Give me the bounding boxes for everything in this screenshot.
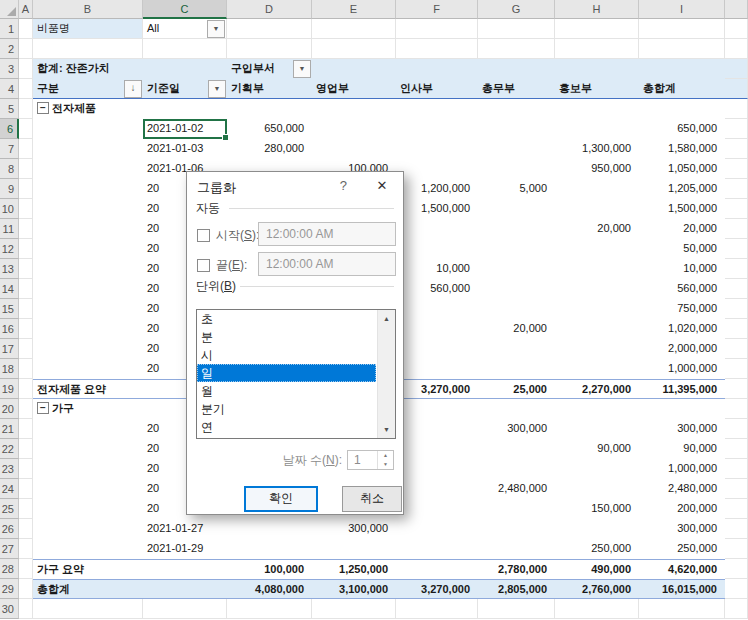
cell-J23[interactable] [725,459,748,479]
cell-B27[interactable] [33,539,143,559]
filter-dropdown-icon[interactable]: ▼ [207,20,225,38]
cell-G26[interactable] [478,519,555,539]
cell-D4[interactable]: 기획부 [227,79,312,99]
cell-J11[interactable] [725,219,748,239]
cell-I2[interactable] [639,39,725,59]
select-all-corner[interactable] [0,0,19,19]
cell-F15[interactable] [396,299,478,319]
cell-A29[interactable] [19,579,33,599]
cell-A19[interactable] [19,379,33,399]
cell-F30[interactable] [396,599,478,619]
cell-H16[interactable] [555,319,639,339]
row-header-23[interactable]: 23 [0,459,19,479]
row-header-24[interactable]: 24 [0,479,19,499]
row-header-11[interactable]: 11 [0,219,19,239]
cell-A4[interactable] [19,79,33,99]
row-header-29[interactable]: 29 [0,579,19,599]
cell-A3[interactable] [19,59,33,79]
row-header-9[interactable]: 9 [0,179,19,199]
row-header-13[interactable]: 13 [0,259,19,279]
cell-J26[interactable] [725,519,748,539]
cell-F9[interactable]: 1,200,000 [396,179,478,199]
cell-G14[interactable] [478,279,555,299]
cell-G30[interactable] [478,599,555,619]
cell-C4[interactable]: 기준일▼ [143,79,227,99]
cell-G19[interactable]: 25,000 [478,379,555,399]
cell-G8[interactable] [478,159,555,179]
start-checkbox[interactable] [197,229,210,242]
row-header-22[interactable]: 22 [0,439,19,459]
column-header-A[interactable]: A [19,0,33,19]
cell-B18[interactable] [33,359,143,379]
row-header-18[interactable]: 18 [0,359,19,379]
cell-G10[interactable] [478,199,555,219]
cell-B17[interactable] [33,339,143,359]
cell-B30[interactable] [33,599,143,619]
cell-D3[interactable]: 구입부서▼ [227,59,312,79]
row-header-1[interactable]: 1 [0,19,19,39]
cell-E3[interactable] [312,59,396,79]
column-header-overflow[interactable] [725,0,748,19]
cell-F17[interactable] [396,339,478,359]
cell-A27[interactable] [19,539,33,559]
cell-F4[interactable]: 인사부 [396,79,478,99]
cell-G21[interactable]: 300,000 [478,419,555,439]
filter-dropdown-icon[interactable]: ▼ [293,60,311,78]
cell-H11[interactable]: 20,000 [555,219,639,239]
unit-option-분기[interactable]: 분기 [197,400,376,418]
cell-B26[interactable] [33,519,143,539]
row-header-8[interactable]: 8 [0,159,19,179]
cell-E30[interactable] [312,599,396,619]
column-header-G[interactable]: G [478,0,555,19]
cell-H28[interactable]: 490,000 [555,559,639,579]
cell-I13[interactable]: 10,000 [639,259,725,279]
cell-I4[interactable]: 총합계 [639,79,725,99]
filter-dropdown-icon[interactable]: ▼ [208,80,226,98]
cell-I28[interactable]: 4,620,000 [639,559,725,579]
cell-G4[interactable]: 총무부 [478,79,555,99]
cell-F22[interactable] [396,439,478,459]
cell-H27[interactable]: 250,000 [555,539,639,559]
cell-I17[interactable]: 2,000,000 [639,339,725,359]
cell-G29[interactable]: 2,805,000 [478,579,555,599]
cell-G7[interactable] [478,139,555,159]
cell-A12[interactable] [19,239,33,259]
cell-D1[interactable] [227,19,312,39]
cell-C29[interactable] [143,579,227,599]
cell-G23[interactable] [478,459,555,479]
cell-J4[interactable] [725,79,748,99]
cell-J19[interactable] [725,379,748,399]
cell-I11[interactable]: 20,000 [639,219,725,239]
spin-down-icon[interactable]: ▼ [378,460,393,469]
cell-E27[interactable] [312,539,396,559]
unit-option-일[interactable]: 일 [197,364,376,382]
cell-E6[interactable] [312,119,396,139]
cell-G25[interactable] [478,499,555,519]
cell-B16[interactable] [33,319,143,339]
cell-I24[interactable]: 2,480,000 [639,479,725,499]
column-header-F[interactable]: F [396,0,478,19]
cell-C5[interactable] [143,99,227,119]
cell-B29[interactable]: 총합계 [33,579,143,599]
cell-D29[interactable]: 4,080,000 [227,579,312,599]
cell-B24[interactable] [33,479,143,499]
cell-G11[interactable] [478,219,555,239]
cell-H25[interactable]: 150,000 [555,499,639,519]
cell-I27[interactable]: 250,000 [639,539,725,559]
cell-D28[interactable]: 100,000 [227,559,312,579]
cell-B25[interactable] [33,499,143,519]
row-header-6[interactable]: 6 [0,119,19,139]
cell-A18[interactable] [19,359,33,379]
cell-B12[interactable] [33,239,143,259]
row-header-16[interactable]: 16 [0,319,19,339]
cell-F20[interactable] [396,399,478,419]
cell-E28[interactable]: 1,250,000 [312,559,396,579]
cell-B13[interactable] [33,259,143,279]
cell-F23[interactable] [396,459,478,479]
unit-option-초[interactable]: 초 [197,310,376,328]
cell-A14[interactable] [19,279,33,299]
cell-J9[interactable] [725,179,748,199]
cell-B8[interactable] [33,159,143,179]
column-header-E[interactable]: E [312,0,396,19]
cell-A26[interactable] [19,519,33,539]
